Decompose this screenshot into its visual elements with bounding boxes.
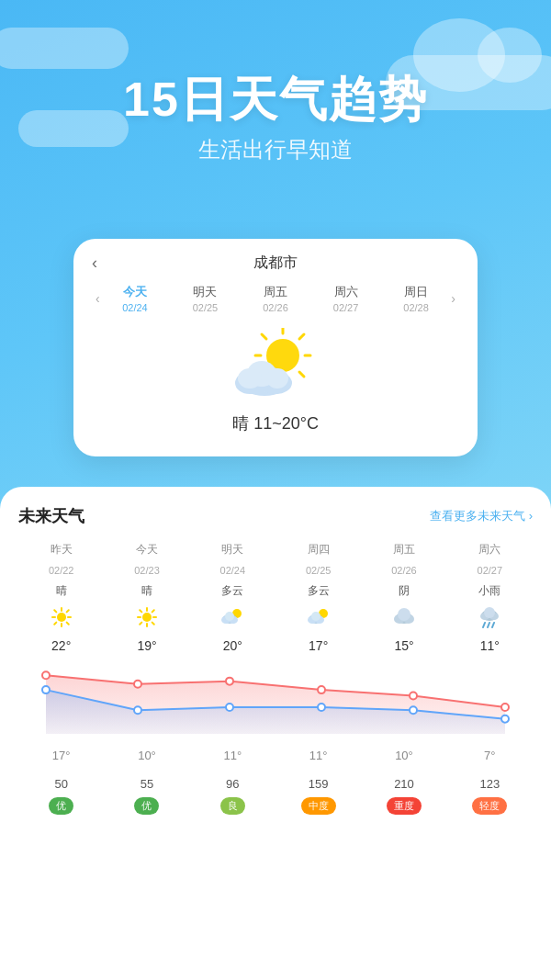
- aqi-badge-row: 优优良中度重度轻度: [18, 796, 533, 815]
- forecast-cell-4: 阴: [361, 583, 446, 599]
- weather-card: ‹ 成都市 ‹ 今天02/24明天02/25周五02/26周六02/27周日02…: [73, 239, 478, 456]
- hero-subtitle: 生活出行早知道: [0, 135, 551, 164]
- day-tab-4[interactable]: 周日02/28: [403, 284, 429, 313]
- svg-point-64: [226, 704, 233, 711]
- forecast-cell-3: [276, 606, 361, 631]
- svg-point-17: [57, 613, 66, 622]
- svg-line-9: [299, 334, 304, 339]
- forecast-cell-0: 22°: [18, 638, 104, 653]
- weather-description: 晴 11~20°C: [92, 412, 459, 434]
- svg-point-60: [410, 692, 417, 699]
- svg-point-66: [410, 706, 417, 714]
- svg-line-7: [262, 334, 266, 339]
- svg-line-24: [54, 623, 56, 625]
- aqi-badge-2: 良: [193, 796, 273, 815]
- svg-point-15: [266, 368, 288, 389]
- day-tab-3[interactable]: 周六02/27: [333, 284, 359, 313]
- forecast-cell-2: 多云: [190, 583, 276, 599]
- current-weather-icon: [92, 328, 459, 405]
- forecast-cell-5: [447, 606, 533, 631]
- aqi-value-0: 50: [18, 777, 104, 791]
- forecast-cell-1: 10°: [104, 749, 189, 762]
- aqi-value-5: 123: [447, 777, 533, 791]
- forecast-cell-1: 晴: [104, 583, 189, 599]
- svg-point-52: [484, 607, 495, 618]
- forecast-cell-2: 02/24: [190, 565, 276, 576]
- forecast-icons-row: [18, 606, 533, 631]
- forecast-cell-3: 11°: [276, 749, 361, 762]
- forecast-table: 昨天今天明天周四周五周六: [18, 542, 533, 558]
- prev-day-button[interactable]: ‹: [92, 287, 104, 310]
- forecast-high-row: 22°19°20°17°15°11°: [18, 638, 533, 653]
- forecast-cell-1: 19°: [104, 638, 189, 653]
- forecast-cell-5: 小雨: [447, 583, 533, 599]
- temperature-chart: [18, 660, 533, 734]
- forecast-cell-0: 17°: [18, 749, 104, 762]
- back-button[interactable]: ‹: [92, 253, 97, 273]
- forecast-cell-2: 11°: [190, 749, 276, 762]
- svg-point-39: [225, 612, 234, 621]
- forecast-cell-3: 多云: [276, 583, 361, 599]
- forecast-cell-4: 周五: [361, 542, 446, 558]
- forecast-cell-5: 7°: [447, 749, 533, 762]
- day-tabs: ‹ 今天02/24明天02/25周五02/26周六02/27周日02/28 ›: [92, 284, 459, 313]
- day-tab-0[interactable]: 今天02/24: [122, 284, 148, 313]
- svg-point-16: [238, 368, 262, 389]
- forecast-dates-row: 02/2202/2302/2402/2502/2602/27: [18, 565, 533, 576]
- forecast-cell-4: 10°: [361, 749, 446, 762]
- svg-line-23: [66, 623, 68, 625]
- aqi-value-3: 159: [276, 777, 361, 791]
- hero-title: 15日天气趋势: [0, 73, 551, 126]
- city-name: 成都市: [253, 253, 298, 273]
- forecast-cell-1: 02/23: [104, 565, 189, 576]
- aqi-badge-0: 优: [21, 796, 101, 815]
- forecast-cell-3: 02/25: [276, 565, 361, 576]
- forecast-cell-1: 今天: [104, 542, 189, 558]
- condition-text: 晴: [232, 414, 249, 433]
- aqi-values-row: 505596159210123: [18, 777, 533, 791]
- aqi-badge-5: 轻度: [450, 796, 530, 815]
- forecast-cell-4: 15°: [361, 638, 446, 653]
- panel-more-button[interactable]: 查看更多未来天气 ›: [430, 508, 533, 524]
- svg-line-31: [140, 610, 141, 612]
- svg-line-34: [152, 610, 154, 612]
- aqi-value-2: 96: [190, 777, 276, 791]
- bottom-panel: 未来天气 查看更多未来天气 › 昨天今天明天周四周五周六 02/2202/230…: [0, 487, 551, 980]
- day-tab-2[interactable]: 周五02/26: [263, 284, 288, 313]
- svg-line-54: [488, 623, 489, 627]
- svg-point-48: [398, 608, 410, 621]
- svg-line-8: [299, 372, 304, 377]
- svg-point-61: [501, 704, 509, 711]
- forecast-cell-5: 周六: [447, 542, 533, 558]
- svg-line-32: [152, 623, 154, 625]
- forecast-cell-4: 02/26: [361, 565, 446, 576]
- aqi-value-4: 210: [361, 777, 446, 791]
- aqi-badge-1: 优: [107, 796, 186, 815]
- next-day-button[interactable]: ›: [447, 287, 459, 310]
- forecast-cell-2: [190, 606, 276, 631]
- svg-line-55: [492, 623, 494, 627]
- svg-point-56: [42, 671, 50, 679]
- temp-range: 11~20°C: [253, 414, 319, 433]
- svg-point-44: [311, 612, 320, 621]
- panel-header: 未来天气 查看更多未来天气 ›: [18, 505, 533, 527]
- forecast-cell-0: [18, 606, 104, 631]
- aqi-value-1: 55: [104, 777, 189, 791]
- svg-point-65: [318, 704, 325, 711]
- svg-point-57: [134, 681, 141, 688]
- forecast-weather-row: 晴晴多云多云阴小雨: [18, 583, 533, 599]
- forecast-cell-3: 17°: [276, 638, 361, 653]
- panel-title: 未来天气: [18, 505, 84, 527]
- forecast-cell-4: [361, 606, 446, 631]
- forecast-low-row: 17°10°11°11°10°7°: [18, 749, 533, 762]
- forecast-cell-0: 晴: [18, 583, 104, 599]
- forecast-cell-2: 20°: [190, 638, 276, 653]
- day-tab-1[interactable]: 明天02/25: [193, 284, 219, 313]
- svg-line-33: [140, 623, 141, 625]
- aqi-badge-4: 重度: [364, 796, 444, 815]
- forecast-cell-2: 明天: [190, 542, 276, 558]
- svg-line-22: [54, 610, 56, 612]
- svg-point-67: [501, 715, 509, 723]
- svg-point-63: [134, 706, 141, 714]
- svg-point-59: [318, 686, 325, 693]
